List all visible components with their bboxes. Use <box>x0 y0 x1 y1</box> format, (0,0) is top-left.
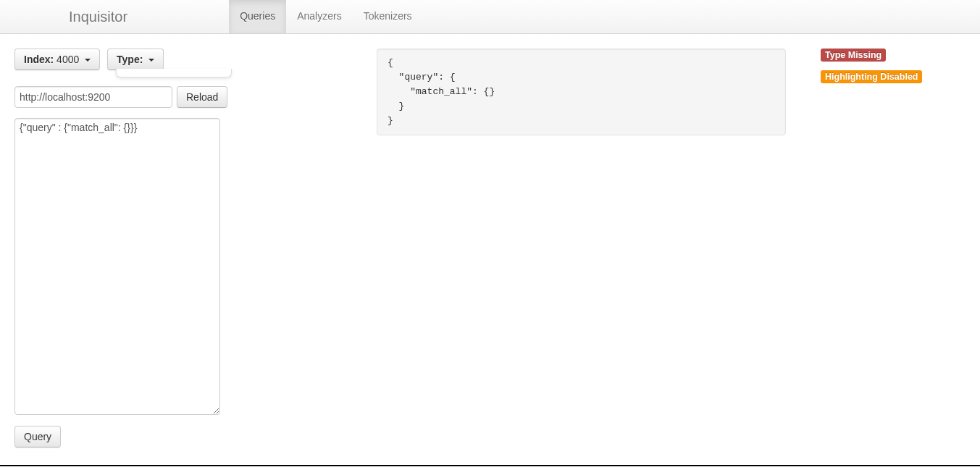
type-label: Type: <box>117 54 143 65</box>
middle-panel: { "query": { "match_all": {} } } <box>246 49 806 135</box>
query-output: { "query": { "match_all": {} } } <box>377 49 786 135</box>
type-value <box>143 54 146 65</box>
badge-type-missing: Type Missing <box>821 49 886 62</box>
left-panel: Index: 4000 Type: Reload Query <box>14 49 232 447</box>
host-input[interactable] <box>14 86 172 108</box>
badge-highlighting-disabled: Highlighting Disabled <box>821 70 922 83</box>
navbar: Inquisitor Queries Analyzers Tokenizers <box>0 0 980 34</box>
dropdown-row: Index: 4000 Type: <box>14 49 232 70</box>
tab-queries[interactable]: Queries <box>229 0 286 33</box>
main-container: Index: 4000 Type: Reload Query { "query"… <box>0 34 980 462</box>
index-label: Index: <box>24 54 54 65</box>
reload-button[interactable]: Reload <box>177 86 227 108</box>
bottom-border <box>0 465 980 466</box>
dropdown-menu-edge <box>116 69 232 77</box>
query-button[interactable]: Query <box>14 426 61 447</box>
query-button-row: Query <box>14 426 232 447</box>
tab-analyzers[interactable]: Analyzers <box>286 0 352 33</box>
caret-down-icon <box>148 59 154 62</box>
tab-tokenizers[interactable]: Tokenizers <box>353 0 423 33</box>
index-dropdown[interactable]: Index: 4000 <box>14 49 100 70</box>
brand[interactable]: Inquisitor <box>14 0 142 33</box>
caret-down-icon <box>85 59 91 62</box>
nav-tabs: Queries Analyzers Tokenizers <box>229 0 422 33</box>
query-textarea[interactable] <box>14 118 220 415</box>
right-panel: Type Missing Highlighting Disabled <box>821 49 966 92</box>
index-value: 4000 <box>54 54 82 65</box>
type-dropdown[interactable]: Type: <box>107 49 164 70</box>
host-row: Reload <box>14 86 232 108</box>
